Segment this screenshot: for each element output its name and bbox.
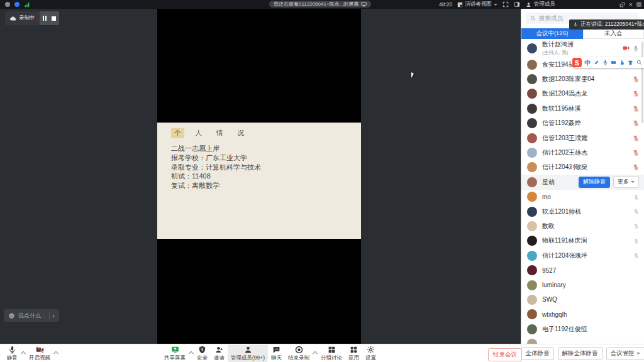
member-row[interactable]: 数据1204温杰龙 [521, 87, 644, 101]
member-row[interactable]: 信管1192聂烨 [521, 116, 644, 131]
shirt-icon[interactable] [628, 60, 633, 65]
member-row[interactable]: 信计1202王雄杰 [521, 145, 644, 160]
keyboard-icon[interactable] [611, 60, 616, 65]
avatar [527, 265, 537, 275]
mic-off-icon [633, 164, 639, 170]
chat-button[interactable]: 聊天 [268, 345, 285, 362]
security-button[interactable]: 安全 [194, 345, 211, 362]
member-row[interactable]: 数欧 [521, 219, 644, 233]
avatar [527, 177, 537, 187]
member-row[interactable]: 9527 [521, 263, 644, 277]
ime-logo-icon[interactable]: S [572, 58, 582, 67]
unmute-button[interactable]: 解除静音 [579, 177, 610, 188]
member-row[interactable]: 物联1191林庆润 [521, 234, 644, 248]
fullscreen-icon[interactable] [502, 1, 509, 8]
avatar [527, 118, 537, 128]
search-placeholder: 搜索成员 [539, 14, 563, 23]
ime-toolbar[interactable]: S 中 [571, 57, 644, 68]
side-panel-toggle-icon[interactable] [514, 1, 520, 8]
document-section-tabs: 个人情况 [171, 128, 247, 138]
end-meeting-button[interactable]: 结束会议 [488, 348, 522, 361]
scrollbar[interactable] [641, 41, 643, 123]
close-panel-icon[interactable]: × [629, 1, 633, 8]
footer-button-label: 全体静音 [526, 349, 550, 358]
member-row[interactable]: 数据1203陈家雯04 [521, 72, 644, 86]
security-label: 安全 [197, 354, 208, 362]
member-row[interactable]: SWQ [521, 292, 644, 307]
member-row[interactable]: 信管1203王溁嫦 [521, 131, 644, 145]
avatar [527, 104, 537, 114]
mic-off-icon [633, 90, 639, 97]
recording-label: 录制中 [19, 14, 35, 22]
member-row[interactable]: 软卓1201帅机 [521, 204, 644, 219]
mic-icon[interactable] [602, 60, 608, 65]
avatar [527, 295, 537, 305]
top-bar: 您正在观看2112205041+陈永...的屏幕 48:20 演讲者视图 管理成… [0, 0, 644, 9]
member-row[interactable]: wtxhgqlh [521, 307, 644, 322]
member-row[interactable]: 数计赵鸿洲(主持人, 我) [521, 39, 644, 57]
pin-icon[interactable] [636, 2, 641, 7]
mic-off-icon [633, 135, 639, 141]
unmute-all-button[interactable]: 解除全体静音 [558, 347, 602, 360]
more-button[interactable]: 更多 [613, 176, 639, 188]
apps-button[interactable]: 应用 [345, 345, 362, 362]
watching-banner[interactable]: 您正在观看2112205041+陈永...的屏幕 [269, 1, 371, 8]
member-row[interactable]: 信计1204张瑰坪 [521, 248, 644, 263]
pause-recording-button[interactable] [43, 16, 47, 21]
mic-disabled-icon [633, 253, 639, 258]
caret-up-icon[interactable] [53, 351, 58, 356]
mute-all-button[interactable]: 全体静音 [521, 347, 554, 360]
member-row[interactable]: 星萌解除静音更多 [521, 175, 644, 189]
chat-input-placeholder[interactable]: 说点什么... [18, 312, 46, 320]
avatar [527, 221, 537, 231]
invite-button[interactable]: 邀请 [211, 345, 228, 362]
view-mode-label: 演讲者视图 [465, 1, 492, 8]
stop-record-button[interactable]: 结束录制 [285, 345, 313, 362]
share-screen-button[interactable]: 共享屏幕 [161, 345, 189, 362]
emoji-icon[interactable] [8, 312, 15, 319]
popout-icon[interactable] [619, 2, 625, 8]
member-name: 信计1202王雄杰 [542, 148, 587, 157]
tab-in-meeting[interactable]: 会议中(125) [521, 28, 583, 39]
avatar [527, 162, 537, 172]
manage-members-button[interactable]: 管理成员(99+) [228, 345, 268, 362]
caret-up-icon[interactable] [21, 351, 26, 356]
member-row[interactable]: 电子1192任俊恒 [521, 322, 644, 336]
collapse-chat-icon[interactable]: ‹ [53, 312, 55, 319]
invite-icon [215, 346, 223, 354]
member-row[interactable] [521, 336, 644, 344]
member-row[interactable]: luminary [521, 278, 644, 292]
hand-icon[interactable] [619, 60, 625, 65]
start-video-icon [36, 346, 44, 354]
quick-chat-bar[interactable]: 说点什么... ‹ [4, 309, 59, 322]
caret-up-icon[interactable] [313, 351, 318, 356]
breakout-rooms-button[interactable]: 分组讨论 [318, 345, 345, 362]
breakout-rooms-label: 分组讨论 [321, 354, 342, 362]
mute-icon [8, 346, 16, 354]
share-screen-icon [171, 346, 179, 354]
view-mode-selector[interactable]: 演讲者视图 [457, 1, 497, 8]
info-icon[interactable] [5, 2, 10, 7]
member-row[interactable]: 数软1195林溪 [521, 101, 644, 116]
member-row[interactable]: mo [521, 190, 644, 204]
pen-icon[interactable] [594, 60, 599, 65]
camera-on-icon [623, 45, 630, 52]
settings-button[interactable]: 设置 [362, 345, 379, 362]
cloud-icon [9, 16, 16, 21]
meeting-control-button[interactable]: 会议管控 [606, 347, 644, 360]
security-shield-icon[interactable] [14, 2, 19, 7]
mute-button[interactable]: 静音 [4, 345, 21, 362]
apps-label: 应用 [348, 354, 359, 362]
mute-label: 静音 [7, 354, 18, 362]
avatar [527, 280, 537, 290]
tab-not-joined[interactable]: 未入会 [583, 28, 644, 39]
search-icon[interactable] [636, 60, 642, 65]
avatar [527, 192, 537, 202]
stop-recording-button[interactable] [52, 16, 56, 21]
ime-mode-toggle[interactable]: 中 [585, 58, 591, 67]
start-video-button[interactable]: 开启视频 [26, 345, 53, 362]
caret-up-icon[interactable] [189, 351, 194, 356]
mic-icon [573, 22, 578, 27]
network-signal-icon[interactable] [24, 2, 30, 8]
member-row[interactable]: 信计1204刘敬燊 [521, 160, 644, 175]
